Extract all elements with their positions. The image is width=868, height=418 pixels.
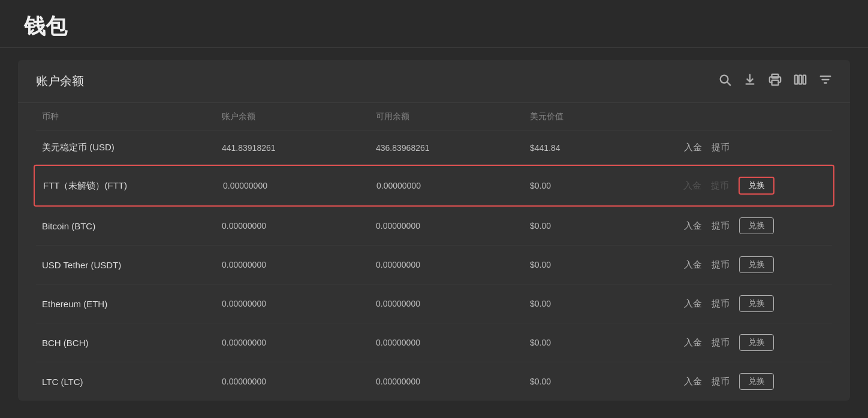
page-header: 钱包 [0,0,868,48]
available-balance: 0.00000000 [370,299,524,308]
print-icon[interactable] [768,73,782,89]
deposit-button[interactable]: 入金 [684,259,702,271]
deposit-button[interactable]: 入金 [684,220,702,232]
table-row: USD Tether (USDT)0.000000000.00000000$0.… [36,246,832,284]
table-row: 美元稳定币 (USD)441.83918261436.83968261$441.… [36,131,832,165]
balance-table: 币种 账户余额 可用余额 美元价值 美元稳定币 (USD)441.8391826… [18,103,850,401]
table-row: Ethereum (ETH)0.000000000.00000000$0.00入… [36,284,832,323]
usd-value: $0.00 [524,299,678,308]
svg-rect-6 [803,75,806,84]
svg-line-1 [727,82,730,85]
currency-name: BCH (BCH) [36,338,216,348]
search-icon[interactable] [718,73,731,89]
currency-name: FTT（未解锁）(FTT) [37,180,217,192]
currency-name: LTC (LTC) [36,377,216,387]
available-balance: 436.83968261 [370,143,524,153]
convert-button[interactable]: 兑换 [739,295,774,312]
withdraw-button[interactable]: 提币 [712,337,730,349]
account-balance: 0.00000000 [217,181,370,190]
table-row: BCH (BCH)0.000000000.00000000$0.00入金提币兑换 [36,323,832,362]
download-icon[interactable] [743,73,757,89]
available-balance: 0.00000000 [370,377,524,386]
toolbar-icons [718,73,832,89]
currency-name: 美元稳定币 (USD) [36,142,216,153]
withdraw-button[interactable]: 提币 [712,376,730,387]
svg-rect-5 [799,75,802,84]
usd-value: $0.00 [524,377,678,386]
col-header-actions [678,111,832,122]
filter-icon[interactable] [819,73,832,89]
deposit-button: 入金 [683,180,701,192]
currency-name: Ethereum (ETH) [36,299,216,309]
usd-value: $441.84 [524,143,678,153]
withdraw-button: 提币 [711,180,729,192]
col-header-usd-value: 美元价值 [524,111,678,122]
account-balance: 0.00000000 [216,299,370,308]
main-content: 账户余额 [18,60,850,401]
columns-icon[interactable] [794,73,807,89]
deposit-button[interactable]: 入金 [684,298,702,310]
account-balance: 0.00000000 [216,221,370,231]
available-balance: 0.00000000 [370,181,524,190]
col-header-currency: 币种 [36,111,216,122]
withdraw-button[interactable]: 提币 [712,298,730,310]
account-balance: 0.00000000 [216,260,370,269]
row-actions: 入金提币兑换 [677,177,831,195]
table-header: 币种 账户余额 可用余额 美元价值 [36,103,832,131]
usd-value: $0.00 [524,181,677,190]
available-balance: 0.00000000 [370,221,524,231]
withdraw-button[interactable]: 提币 [712,259,730,271]
row-actions: 入金提币兑换 [678,334,832,351]
deposit-button[interactable]: 入金 [684,376,702,387]
account-balance: 441.83918261 [216,143,370,153]
convert-button[interactable]: 兑换 [739,217,774,234]
svg-rect-3 [772,80,779,85]
table-row: FTT（未解锁）(FTT)0.000000000.00000000$0.00入金… [34,165,834,207]
convert-button[interactable]: 兑换 [739,256,774,273]
account-balance: 0.00000000 [216,338,370,347]
col-header-available-balance: 可用余额 [370,111,524,122]
table-row: Bitcoin (BTC)0.000000000.00000000$0.00入金… [36,207,832,246]
convert-button[interactable]: 兑换 [739,373,774,390]
col-header-account-balance: 账户余额 [216,111,370,122]
currency-name: USD Tether (USDT) [36,260,216,270]
withdraw-button[interactable]: 提币 [712,220,730,232]
section-header: 账户余额 [18,60,850,103]
account-balance: 0.00000000 [216,377,370,386]
row-actions: 入金提币兑换 [678,217,832,234]
convert-button[interactable]: 兑换 [739,334,774,351]
convert-button[interactable]: 兑换 [739,177,774,195]
row-actions: 入金提币兑换 [678,373,832,390]
svg-rect-4 [795,75,798,84]
available-balance: 0.00000000 [370,260,524,269]
table-row: LTC (LTC)0.000000000.00000000$0.00入金提币兑换 [36,362,832,401]
row-actions: 入金提币 [678,142,832,153]
page-title: 钱包 [24,12,844,41]
section-title: 账户余额 [36,73,84,89]
row-actions: 入金提币兑换 [678,295,832,312]
row-actions: 入金提币兑换 [678,256,832,273]
usd-value: $0.00 [524,260,678,269]
deposit-button[interactable]: 入金 [684,337,702,349]
table-body: 美元稳定币 (USD)441.83918261436.83968261$441.… [36,131,832,401]
withdraw-button[interactable]: 提币 [712,142,730,153]
usd-value: $0.00 [524,221,678,231]
deposit-button[interactable]: 入金 [684,142,702,153]
usd-value: $0.00 [524,338,678,347]
currency-name: Bitcoin (BTC) [36,221,216,231]
available-balance: 0.00000000 [370,338,524,347]
